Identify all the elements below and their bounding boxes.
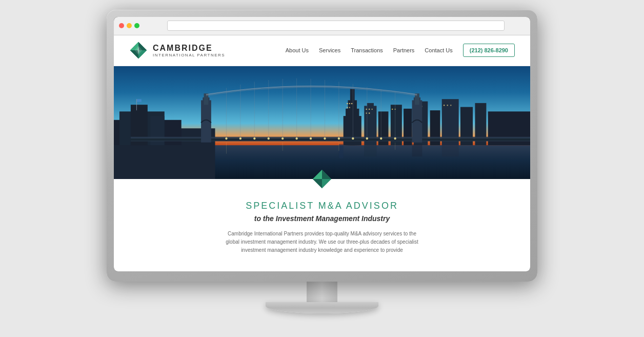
monitor-base (266, 302, 378, 313)
svg-rect-90 (137, 99, 142, 102)
svg-rect-16 (347, 107, 348, 108)
svg-rect-31 (372, 108, 373, 109)
nav-about-us[interactable]: About Us (286, 47, 309, 53)
svg-rect-84 (442, 143, 459, 156)
svg-point-74 (310, 137, 312, 139)
svg-marker-95 (322, 179, 331, 188)
svg-rect-13 (347, 103, 348, 104)
svg-point-69 (239, 137, 242, 139)
svg-rect-54 (415, 93, 419, 105)
svg-rect-51 (204, 93, 209, 105)
svg-point-77 (352, 137, 354, 139)
svg-rect-29 (366, 108, 367, 109)
svg-rect-17 (349, 107, 350, 108)
svg-rect-40 (447, 105, 448, 106)
nav-partners[interactable]: Partners (393, 47, 415, 53)
nav-contact-us[interactable]: Contact Us (425, 47, 452, 53)
svg-rect-15 (351, 103, 352, 104)
svg-rect-33 (369, 112, 370, 113)
svg-rect-81 (339, 144, 344, 157)
svg-point-72 (281, 137, 284, 139)
svg-rect-82 (364, 145, 376, 156)
hero-image (114, 66, 530, 179)
close-button-icon[interactable] (119, 23, 124, 28)
monitor-body: CAMBRIDGE INTERNATIONAL PARTNERS About U… (107, 10, 537, 282)
phone-button[interactable]: (212) 826-8290 (463, 44, 515, 57)
svg-point-75 (324, 137, 326, 139)
svg-rect-30 (369, 108, 370, 109)
address-bar[interactable] (167, 21, 505, 31)
svg-point-79 (380, 137, 382, 139)
svg-rect-32 (366, 112, 367, 113)
svg-marker-93 (313, 170, 322, 179)
logo-subtitle: INTERNATIONAL PARTNERS (153, 53, 225, 57)
logo-name: CAMBRIDGE (153, 44, 225, 53)
traffic-lights (119, 23, 139, 28)
logo-diamond-icon (129, 41, 148, 60)
monitor-bezel: CAMBRIDGE INTERNATIONAL PARTNERS About U… (114, 17, 530, 271)
main-headline: SPECIALIST M&A ADVISOR (129, 201, 515, 211)
svg-point-78 (366, 137, 368, 139)
svg-point-71 (268, 137, 270, 139)
nav-services[interactable]: Services (319, 47, 340, 53)
svg-rect-41 (450, 105, 451, 106)
svg-point-80 (394, 137, 396, 139)
browser-chrome (114, 17, 530, 35)
svg-marker-94 (313, 179, 322, 188)
minimize-button-icon[interactable] (127, 23, 132, 28)
svg-rect-34 (392, 108, 393, 109)
svg-rect-83 (412, 144, 422, 156)
svg-rect-14 (349, 103, 350, 104)
svg-point-68 (225, 137, 227, 139)
monitor-neck (307, 282, 337, 302)
svg-rect-89 (136, 99, 137, 110)
sub-headline: to the Investment Management Industry (129, 214, 515, 223)
svg-point-76 (338, 137, 340, 139)
logo-text: CAMBRIDGE INTERNATIONAL PARTNERS (153, 44, 225, 57)
fullscreen-button-icon[interactable] (134, 23, 139, 28)
svg-point-70 (253, 137, 255, 139)
nav-links: About Us Services Transactions Partners … (286, 47, 453, 53)
website-content: CAMBRIDGE INTERNATIONAL PARTNERS About U… (114, 35, 530, 271)
svg-rect-39 (444, 105, 445, 106)
center-diamond-icon (312, 169, 332, 189)
body-text: Cambridge International Partners provide… (225, 230, 419, 254)
content-section: SPECIALIST M&A ADVISOR to the Investment… (114, 179, 530, 265)
navigation: CAMBRIDGE INTERNATIONAL PARTNERS About U… (114, 35, 530, 66)
monitor-display: CAMBRIDGE INTERNATIONAL PARTNERS About U… (102, 10, 542, 328)
nav-transactions[interactable]: Transactions (351, 47, 383, 53)
logo-area: CAMBRIDGE INTERNATIONAL PARTNERS (129, 41, 225, 60)
bridge-skyline-illustration (114, 66, 530, 179)
svg-marker-92 (322, 170, 331, 179)
svg-rect-48 (131, 138, 530, 140)
svg-point-73 (295, 137, 297, 139)
